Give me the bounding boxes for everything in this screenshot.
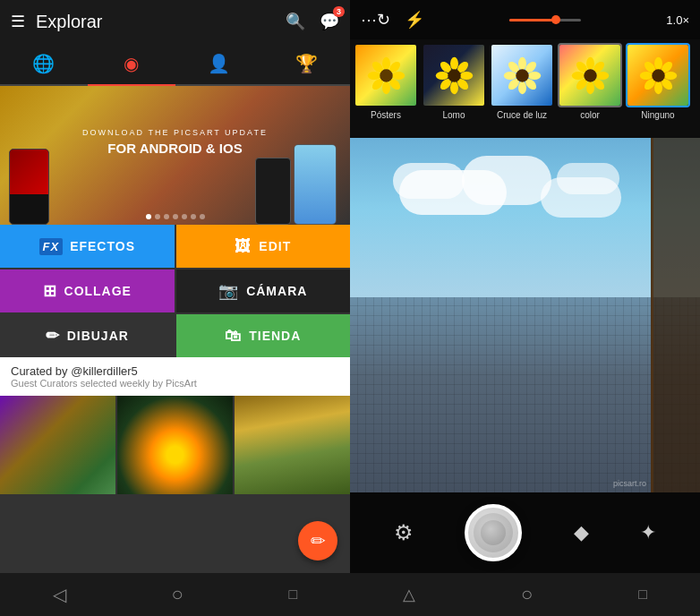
building-grid — [350, 297, 700, 492]
right-home-button[interactable]: ○ — [521, 583, 533, 606]
tienda-button[interactable]: 🛍 TIENDA — [176, 314, 351, 357]
notification-badge: 3 — [333, 6, 345, 17]
filter-preview-cruce — [491, 45, 552, 106]
banner-subtitle: Download the PicsArt update — [81, 128, 269, 137]
fx-icon: FX — [39, 238, 64, 255]
watermark: picsart.ro — [613, 479, 646, 488]
dot-6 — [191, 214, 196, 219]
curated-section: Curated by @killerdiller5 Guest Curators… — [0, 357, 350, 396]
sunflower-icon-color — [570, 56, 610, 96]
svg-point-45 — [652, 69, 664, 81]
camara-icon: 📷 — [218, 281, 239, 301]
svg-point-23 — [518, 81, 526, 93]
compass-icon: ◉ — [124, 53, 139, 74]
chat-button[interactable]: 💬 3 — [320, 12, 339, 31]
shutter-inner — [474, 513, 513, 552]
filter-strip: Pósters — [350, 39, 700, 138]
right-panel: ⋯ ↻ ⚡ 1.0× — [350, 0, 700, 616]
filter-cruce[interactable]: Cruce de luz — [490, 43, 554, 134]
trophy-icon: 🏆 — [295, 53, 318, 74]
svg-point-30 — [595, 72, 608, 80]
filter-posters[interactable]: Pósters — [354, 43, 418, 134]
pencil-icon: ✏ — [46, 326, 60, 346]
left-panel: ☰ Explorar 🔍 💬 3 🌐 ◉ 👤 🏆 — [0, 0, 350, 616]
svg-point-41 — [654, 81, 662, 93]
filter-label-cruce: Cruce de luz — [497, 110, 547, 120]
settings-icon: ⚙ — [394, 520, 414, 545]
slider-track[interactable] — [509, 19, 581, 21]
left-bottom-bar: ◁ ○ □ — [0, 573, 350, 616]
dibujar-button[interactable]: ✏ DIBUJAR — [0, 314, 175, 357]
photo-cell-3[interactable] — [235, 396, 350, 494]
buildings-bg — [350, 297, 700, 492]
more-options-icon[interactable]: ⋯ — [361, 10, 377, 30]
cloud-2 — [393, 163, 465, 199]
slider-fill — [509, 19, 552, 21]
camera-viewfinder: picsart.ro — [350, 138, 700, 492]
svg-point-27 — [516, 69, 528, 81]
svg-point-18 — [448, 69, 460, 81]
layers-button[interactable]: ◆ — [574, 521, 589, 544]
tab-compass[interactable]: ◉ — [88, 43, 175, 84]
fab-button[interactable]: ✏ — [298, 521, 337, 560]
tab-globe[interactable]: 🌐 — [0, 43, 88, 84]
tab-trophy[interactable]: 🏆 — [262, 43, 350, 84]
layers-icon: ◆ — [574, 521, 589, 544]
filter-label-color: color — [580, 110, 600, 120]
svg-point-19 — [518, 56, 526, 69]
curated-subtitle: Guest Curators selected weekly by PicsAr… — [11, 378, 339, 389]
right-top-center-icons: ↻ ⚡ — [377, 10, 424, 30]
svg-point-14 — [450, 81, 458, 93]
filter-label-ninguno: Ninguno — [641, 110, 674, 120]
svg-point-39 — [663, 72, 676, 80]
efectos-label: EFECTOS — [70, 239, 135, 253]
dibujar-label: DIBUJAR — [67, 329, 129, 343]
banner-dots — [146, 214, 205, 219]
collage-label: COLLAGE — [64, 284, 132, 298]
filter-lomo[interactable]: Lomo — [422, 43, 486, 134]
filter-thumb-lomo — [422, 43, 486, 107]
magic-button[interactable]: ✦ — [640, 521, 656, 544]
magic-icon: ✦ — [640, 521, 656, 544]
cloud-5 — [557, 163, 619, 194]
sunflower-icon-ninguno — [638, 56, 679, 96]
window-frame — [651, 138, 700, 492]
filter-ninguno[interactable]: Ninguno — [626, 43, 690, 134]
photo-grid: ✏ — [0, 396, 350, 573]
right-back-button[interactable]: △ — [403, 585, 415, 604]
promo-banner: Download the PicsArt update FOR ANDROID … — [0, 86, 350, 225]
menu-button[interactable]: ☰ — [11, 12, 25, 31]
search-button[interactable]: 🔍 — [286, 12, 305, 31]
top-bar: ☰ Explorar 🔍 💬 3 — [0, 0, 350, 43]
photo-cell-2[interactable] — [117, 396, 233, 494]
photo-cell-1[interactable] — [0, 396, 115, 494]
curated-title: Curated by @killerdiller5 — [11, 364, 339, 378]
edit-pencil-icon: ✏ — [311, 530, 326, 552]
recents-button[interactable]: □ — [288, 586, 297, 603]
collage-button[interactable]: ⊞ COLLAGE — [0, 270, 175, 312]
svg-point-32 — [586, 81, 594, 93]
settings-button[interactable]: ⚙ — [394, 520, 414, 545]
shop-icon: 🛍 — [225, 327, 242, 346]
dot-4 — [173, 214, 178, 219]
right-recents-button[interactable]: □ — [638, 586, 647, 603]
camara-button[interactable]: 📷 CÁMARA — [176, 270, 351, 312]
edit-button[interactable]: 🖼 EDIT — [176, 225, 351, 268]
svg-point-28 — [586, 56, 594, 69]
camera-flip-icon[interactable]: ↻ — [377, 10, 390, 30]
filter-label-lomo: Lomo — [442, 110, 465, 120]
home-button[interactable]: ○ — [172, 583, 184, 606]
person-icon: 👤 — [208, 53, 230, 74]
svg-point-34 — [571, 72, 584, 80]
tab-person[interactable]: 👤 — [175, 43, 263, 84]
flash-icon[interactable]: ⚡ — [405, 10, 424, 30]
efectos-button[interactable]: FX EFECTOS — [0, 225, 175, 268]
zoom-slider[interactable] — [424, 19, 666, 21]
right-bottom-controls: ⚙ ◆ ✦ — [350, 492, 700, 573]
sunflower-icon-lomo — [434, 56, 474, 96]
filter-color[interactable]: color — [558, 43, 622, 134]
back-button[interactable]: ◁ — [53, 584, 66, 605]
sunflower-icon-posters — [366, 56, 406, 96]
shutter-button[interactable] — [465, 504, 522, 561]
top-bar-icons: 🔍 💬 3 — [286, 12, 339, 31]
